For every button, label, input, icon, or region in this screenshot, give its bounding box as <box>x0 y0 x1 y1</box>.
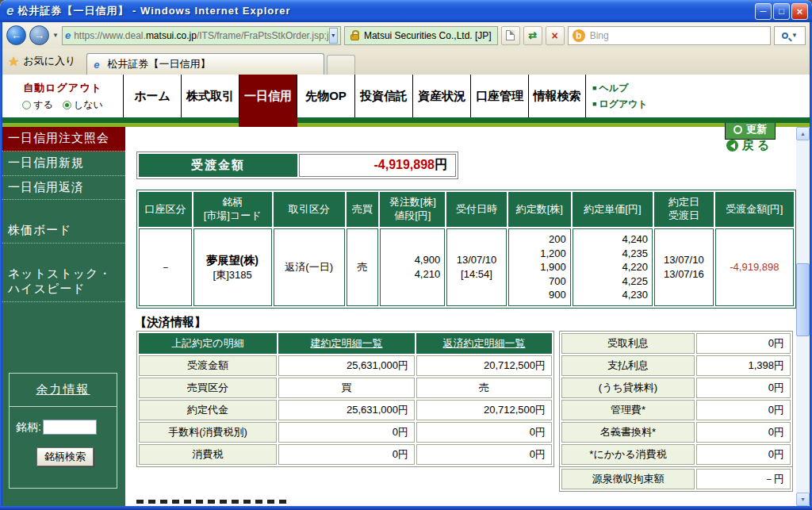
symbol-input[interactable] <box>43 420 97 435</box>
order-row: － 夢展望(株) [東]3185 返済(一日) 売 4,9004,210 13/… <box>139 228 794 306</box>
nav-tab-一日信用[interactable]: 一日信用 <box>239 75 297 117</box>
forward-button[interactable]: → <box>29 25 49 45</box>
sidebar-item[interactable]: 一日信用注文照会 <box>2 127 125 151</box>
symbol-search-button[interactable]: 銘柄検索 <box>36 447 94 466</box>
url-path: /ITS/frame/FraPtsStkOrder.jsp;j <box>197 30 329 41</box>
column-header[interactable]: 建約定明細一覧 <box>278 333 415 354</box>
label-cell: 受取利息 <box>561 333 695 354</box>
label-cell: 名義書換料* <box>561 422 695 443</box>
back-button[interactable]: ← <box>6 25 26 45</box>
ie-icon: e <box>6 3 13 19</box>
browser-tab[interactable]: e 松井証券【一日信用】 <box>86 53 324 75</box>
nav-tab-ホーム[interactable]: ホーム <box>123 75 181 117</box>
green-divider-strip <box>2 117 810 123</box>
nav-tab-投資信託[interactable]: 投資信託 <box>354 75 412 117</box>
auto-logout-control: 自動ログアウト する しない <box>2 75 123 117</box>
search-input[interactable]: b Bing <box>568 26 771 45</box>
row-settlement-amount-cell: -4,919,898 <box>715 228 794 306</box>
logout-label: ログアウト <box>599 98 647 111</box>
security-badge[interactable]: Matsui Securities Co.,Ltd. [JP] <box>344 26 498 45</box>
auto-logout-label: 自動ログアウト <box>23 81 102 95</box>
window-border-left <box>0 22 2 510</box>
filled-qty-cell: 2001,2001,900700900 <box>508 228 571 306</box>
withholding-table: 源泉徴収拘束額－円 <box>559 466 793 492</box>
minimize-button[interactable]: ─ <box>755 3 772 20</box>
label-cell: 手数料(消費税別) <box>139 422 277 443</box>
history-dropdown-icon[interactable]: ▼ <box>52 32 59 39</box>
scrollbar-thumb[interactable] <box>796 263 810 336</box>
auto-logout-off-option[interactable]: しない <box>63 98 103 112</box>
logout-link[interactable]: ■ ログアウト <box>592 98 648 111</box>
nav-tabs: ホーム株式取引一日信用先物OP投資信託資産状況口座管理情報検索 <box>123 75 586 117</box>
sidebar-item[interactable]: 株価ボード <box>2 219 125 243</box>
value-cell: 1,398円 <box>696 355 791 376</box>
sidebar-item[interactable]: 一日信用返済 <box>2 176 125 201</box>
column-header[interactable]: 返済約定明細一覧 <box>416 333 552 354</box>
column-header: 受付日時 <box>446 192 507 227</box>
bullet-icon: ■ <box>592 84 596 92</box>
column-header: 取引区分 <box>274 192 345 227</box>
new-tab-stub[interactable] <box>327 55 355 75</box>
value-cell: 0円 <box>696 422 791 443</box>
lock-icon <box>350 34 359 40</box>
tab-favicon-ie-icon: e <box>94 59 99 71</box>
site-navigation: 自動ログアウト する しない ホーム株式取引一日信用先物OP投資信託資産状況口座… <box>2 75 810 117</box>
sidebar-item[interactable]: 一日信用新規 <box>2 151 125 176</box>
close-button[interactable]: × <box>791 3 808 20</box>
settlement-info-heading: 【決済情報】 <box>135 315 206 330</box>
vertical-scrollbar[interactable]: ▲ ▼ <box>796 127 810 506</box>
value-cell: 売 <box>416 378 552 398</box>
browser-window: e 松井証券【一日信用】 - Windows Internet Explorer… <box>0 0 812 510</box>
url-domain: matsui.co.jp <box>146 30 197 41</box>
radio-icon <box>22 101 31 109</box>
table-row: 源泉徴収拘束額－円 <box>561 469 791 489</box>
table-row: 名義書換料*0円 <box>561 422 791 443</box>
label-cell: 消費税 <box>139 444 277 465</box>
column-header: 上記約定の明細 <box>139 333 277 354</box>
table-row: 管理費*0円 <box>561 400 791 420</box>
nav-tab-情報検索[interactable]: 情報検索 <box>528 75 586 117</box>
nav-tab-株式取引[interactable]: 株式取引 <box>181 75 239 117</box>
stop-button[interactable]: × <box>546 26 565 45</box>
auto-logout-on-option[interactable]: する <box>22 98 53 112</box>
browser-toolbar: ← → ▼ e https://www.deal.matsui.co.jp/IT… <box>2 22 810 48</box>
settlement-amount-value: -4,919,898円 <box>299 154 456 177</box>
address-bar[interactable]: e https://www.deal.matsui.co.jp/ITS/fram… <box>62 26 341 45</box>
nav-tab-資産状況[interactable]: 資産状況 <box>412 75 470 117</box>
scroll-up-button[interactable]: ▲ <box>796 127 810 140</box>
security-badge-label: Matsui Securities Co.,Ltd. [JP] <box>364 30 492 41</box>
nav-tab-口座管理[interactable]: 口座管理 <box>470 75 528 117</box>
symbol-label: 銘柄: <box>16 420 41 435</box>
nav-tab-先物OP[interactable]: 先物OP <box>297 75 354 117</box>
page-icon <box>506 30 515 40</box>
table-row: 受渡金額25,631,000円20,712,500円 <box>139 355 552 376</box>
value-cell: 0円 <box>416 422 552 443</box>
accept-datetime-cell: 13/07/10[14:54] <box>446 228 507 306</box>
value-cell: 0円 <box>278 444 415 465</box>
page-favicon-ie-icon: e <box>65 29 71 41</box>
page-back-link[interactable]: 戻る <box>726 138 772 153</box>
address-dropdown-icon[interactable]: ▼ <box>329 28 338 44</box>
compatibility-view-button[interactable] <box>501 26 520 45</box>
settlement-amount-box: 受渡金額 -4,919,898円 <box>136 151 458 179</box>
favorites-button[interactable]: ★ お気に入り <box>8 51 75 71</box>
margin-info-link[interactable]: 余力情報 <box>10 374 117 407</box>
settlement-detail-table: 上記約定の明細建約定明細一覧返済約定明細一覧 受渡金額25,631,000円20… <box>136 331 554 467</box>
maximize-button[interactable]: □ <box>773 3 790 20</box>
search-go-button[interactable]: ▼ <box>774 26 806 45</box>
fill-prices-cell: 4,2404,2354,2204,2254,230 <box>573 228 653 306</box>
title-bar: e 松井証券【一日信用】 - Windows Internet Explorer… <box>0 0 812 22</box>
value-cell: 0円 <box>278 422 415 443</box>
value-cell: 20,712,500円 <box>416 355 552 376</box>
sidebar-item[interactable]: ネットストック・ハイスピード <box>2 263 125 302</box>
table-row: 手数料(消費税別)0円0円 <box>139 422 552 443</box>
stop-icon: × <box>552 29 558 42</box>
table-row: 売買区分買売 <box>139 378 552 398</box>
help-label: ヘルプ <box>599 82 628 95</box>
column-header: 約定単価[円] <box>573 192 653 227</box>
refresh-button[interactable]: ⇄ <box>523 26 542 45</box>
tab-title: 松井証券【一日信用】 <box>108 57 211 71</box>
help-link[interactable]: ■ ヘルプ <box>592 82 648 95</box>
scroll-down-button[interactable]: ▼ <box>796 493 810 506</box>
margin-info-box: 余力情報 銘柄: 銘柄検索 <box>9 373 117 489</box>
